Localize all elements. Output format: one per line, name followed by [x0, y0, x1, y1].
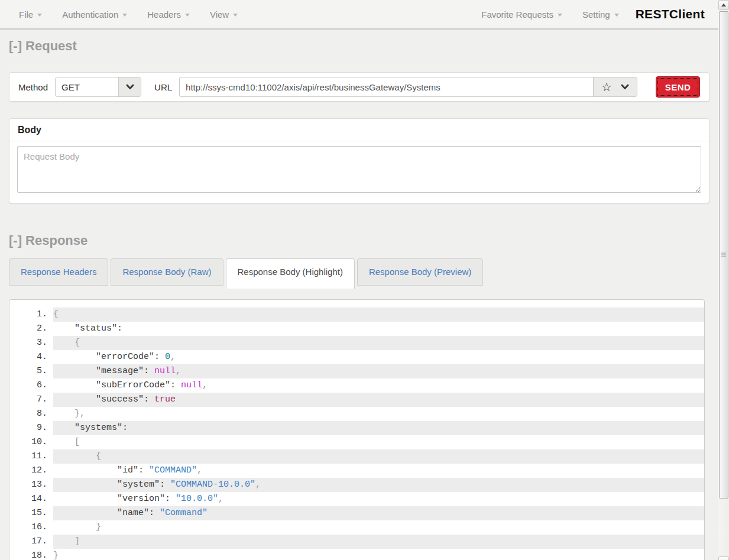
- method-select[interactable]: GET: [55, 77, 141, 97]
- code-text: {: [53, 336, 704, 350]
- menu-label: View: [210, 9, 229, 20]
- code-text: },: [53, 407, 704, 421]
- code-text: [: [53, 435, 704, 449]
- line-number: 4.: [9, 350, 53, 364]
- code-line: 17. ]: [9, 535, 704, 549]
- code-text: }: [53, 520, 704, 535]
- line-number: 6.: [9, 378, 53, 393]
- line-number: 3.: [9, 336, 53, 350]
- code-line: 16. }: [9, 520, 704, 535]
- chevron-down-icon[interactable]: [621, 84, 629, 90]
- code-line: 1.{: [9, 307, 704, 322]
- code-line: 5. "message": null,: [9, 364, 704, 378]
- code-text: }: [53, 549, 704, 560]
- menubar: FileAuthenticationHeadersView Favorite R…: [0, 0, 729, 30]
- menu-setting[interactable]: Setting: [582, 9, 619, 20]
- line-number: 18.: [9, 549, 53, 560]
- app-window: FileAuthenticationHeadersView Favorite R…: [0, 0, 729, 560]
- code-text: "name": "Command": [53, 506, 704, 520]
- menu-label: Headers: [147, 9, 181, 20]
- code-text: "errorCode": 0,: [53, 350, 704, 364]
- menu-authentication[interactable]: Authentication: [62, 9, 127, 20]
- code-line: 2. "status":: [9, 322, 704, 336]
- menu-file[interactable]: File: [19, 9, 42, 20]
- code-line: 14. "version": "10.0.0",: [9, 492, 704, 506]
- caret-down-icon: [233, 14, 238, 17]
- line-number: 10.: [9, 435, 53, 449]
- line-number: 9.: [9, 421, 53, 435]
- request-body-textarea[interactable]: [17, 146, 701, 193]
- line-number: 2.: [9, 322, 53, 336]
- menu-headers[interactable]: Headers: [147, 9, 190, 20]
- code-line: 7. "success": true: [9, 393, 704, 407]
- code-text: "success": true: [53, 393, 704, 407]
- line-number: 17.: [9, 535, 53, 549]
- tab-response-body-raw[interactable]: Response Body (Raw): [111, 258, 223, 286]
- code-line: 12. "id": "COMMAND",: [9, 464, 704, 478]
- line-number: 8.: [9, 407, 53, 421]
- line-number: 14.: [9, 492, 53, 506]
- main-content: [-] Request Method GET URL ☆ SEND Body: [9, 38, 709, 560]
- code-text: "id": "COMMAND",: [53, 464, 704, 478]
- url-actions-group: ☆: [593, 77, 637, 97]
- code-line: 6. "subErrorCode": null,: [9, 378, 704, 393]
- line-number: 5.: [9, 364, 53, 378]
- caret-down-icon: [558, 14, 562, 17]
- request-section-title[interactable]: [-] Request: [9, 38, 709, 54]
- tab-response-headers[interactable]: Response Headers: [9, 258, 108, 286]
- menu-label: Authentication: [62, 9, 118, 20]
- line-number: 7.: [9, 393, 53, 407]
- chevron-down-icon[interactable]: [118, 77, 141, 96]
- vertical-scrollbar[interactable]: [718, 0, 729, 560]
- menu-label: Favorite Requests: [481, 9, 553, 20]
- line-number: 13.: [9, 478, 53, 492]
- line-number: 1.: [9, 307, 53, 322]
- scrollbar-thumb[interactable]: [719, 11, 728, 499]
- code-text: "systems":: [53, 421, 704, 435]
- favorite-star-icon[interactable]: ☆: [601, 81, 612, 93]
- response-tabs: Response HeadersResponse Body (Raw)Respo…: [9, 258, 709, 289]
- tab-response-body-preview[interactable]: Response Body (Preview): [357, 258, 483, 286]
- code-text: "status":: [53, 322, 704, 336]
- code-text: "subErrorCode": null,: [53, 378, 704, 393]
- gripper-icon: [721, 255, 726, 255]
- url-input[interactable]: [179, 77, 593, 97]
- menu-view[interactable]: View: [210, 9, 238, 20]
- request-body-panel: Body: [9, 118, 709, 203]
- code-line: 10. [: [9, 435, 704, 449]
- code-text: "system": "COMMAND-10.0.0",: [53, 478, 704, 492]
- tab-response-body-highlight[interactable]: Response Body (Highlight): [226, 258, 355, 289]
- code-text: "version": "10.0.0",: [53, 492, 704, 506]
- code-text: "message": null,: [53, 364, 704, 378]
- menubar-right: Favorite RequestsSetting: [481, 9, 635, 20]
- code-line: 18.}: [9, 549, 704, 560]
- code-line: 13. "system": "COMMAND-10.0.0",: [9, 478, 704, 492]
- caret-down-icon: [122, 14, 127, 17]
- code-text: {: [53, 307, 704, 322]
- code-line: 9. "systems":: [9, 421, 704, 435]
- code-line: 8. },: [9, 407, 704, 421]
- scrollbar-down-button[interactable]: [718, 556, 729, 560]
- line-number: 12.: [9, 464, 53, 478]
- request-bar: Method GET URL ☆ SEND: [9, 72, 709, 102]
- code-text: ]: [53, 535, 704, 549]
- response-section-title[interactable]: [-] Response: [9, 233, 709, 248]
- body-panel-content: [9, 141, 709, 203]
- menu-label: File: [19, 9, 33, 20]
- caret-down-icon: [37, 14, 42, 17]
- url-label: URL: [154, 82, 172, 92]
- method-label: Method: [18, 82, 48, 92]
- line-number: 11.: [9, 449, 53, 464]
- send-button[interactable]: SEND: [656, 76, 700, 98]
- code-line: 3. {: [9, 336, 704, 350]
- scrollbar-up-button[interactable]: [718, 0, 729, 10]
- code-text: {: [53, 449, 704, 464]
- line-number: 15.: [9, 506, 53, 520]
- menu-favorite-requests[interactable]: Favorite Requests: [481, 9, 562, 20]
- caret-down-icon: [614, 14, 619, 17]
- app-title: RESTClient: [636, 7, 705, 21]
- code-line: 15. "name": "Command": [9, 506, 704, 520]
- menu-label: Setting: [582, 9, 610, 20]
- caret-down-icon: [185, 14, 190, 17]
- method-value: GET: [56, 77, 118, 96]
